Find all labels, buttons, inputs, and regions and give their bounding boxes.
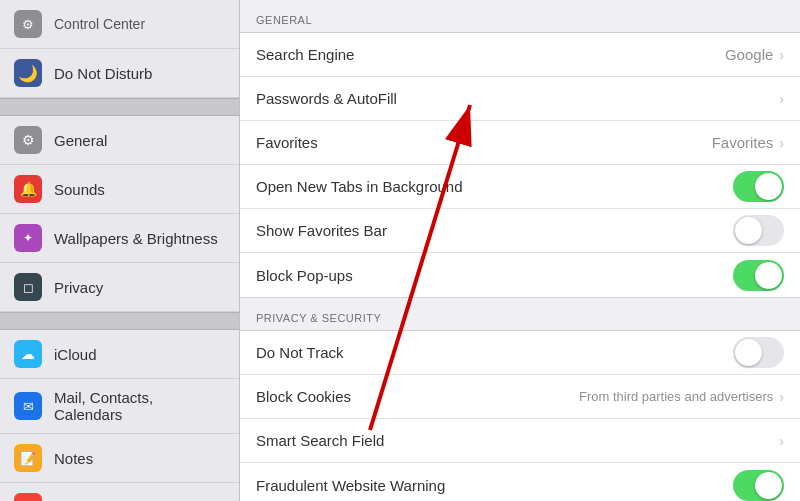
show-favorites-bar-label: Show Favorites Bar	[256, 222, 733, 239]
toggle-knob	[755, 472, 782, 499]
sidebar-item-general[interactable]: ⚙ General	[0, 116, 239, 165]
open-new-tabs-toggle[interactable]	[733, 171, 784, 202]
notes-icon: 📝	[14, 444, 42, 472]
block-popups-toggle[interactable]	[733, 260, 784, 291]
block-cookies-label: Block Cookies	[256, 388, 579, 405]
chevron-icon: ›	[779, 433, 784, 449]
sidebar-item-label: Wallpapers & Brightness	[54, 230, 218, 247]
fraudulent-warning-toggle[interactable]	[733, 470, 784, 501]
sidebar-item-label: Do Not Disturb	[54, 65, 152, 82]
privacy-settings-list: Do Not Track Block Cookies From third pa…	[240, 330, 800, 501]
sidebar-item-label: Control Center	[54, 16, 145, 32]
search-engine-label: Search Engine	[256, 46, 725, 63]
sidebar-item-do-not-disturb[interactable]: 🌙 Do Not Disturb	[0, 49, 239, 98]
dnd-icon: 🌙	[14, 59, 42, 87]
block-popups-row[interactable]: Block Pop-ups	[240, 253, 800, 297]
passwords-autofill-row[interactable]: Passwords & AutoFill ›	[240, 77, 800, 121]
do-not-track-toggle[interactable]	[733, 337, 784, 368]
smart-search-field-label: Smart Search Field	[256, 432, 779, 449]
icloud-icon: ☁	[14, 340, 42, 368]
passwords-autofill-label: Passwords & AutoFill	[256, 90, 779, 107]
wallpaper-icon: ✦	[14, 224, 42, 252]
sidebar-item-label: iCloud	[54, 346, 97, 363]
sidebar-item-label: Privacy	[54, 279, 103, 296]
sidebar-item-label: General	[54, 132, 107, 149]
favorites-value: Favorites	[712, 134, 774, 151]
sidebar-item-reminders[interactable]: ≡ Reminders	[0, 483, 239, 501]
sidebar-item-sounds[interactable]: 🔔 Sounds	[0, 165, 239, 214]
block-cookies-value: From third parties and advertisers	[579, 389, 773, 404]
toggle-knob	[755, 173, 782, 200]
sidebar-item-icloud[interactable]: ☁ iCloud	[0, 330, 239, 379]
chevron-icon: ›	[779, 389, 784, 405]
toggle-knob	[735, 339, 762, 366]
sidebar-item-label: Sounds	[54, 181, 105, 198]
smart-search-field-row[interactable]: Smart Search Field ›	[240, 419, 800, 463]
chevron-icon: ›	[779, 135, 784, 151]
favorites-label: Favorites	[256, 134, 712, 151]
sidebar-item-notes[interactable]: 📝 Notes	[0, 434, 239, 483]
chevron-icon: ›	[779, 91, 784, 107]
show-favorites-bar-toggle[interactable]	[733, 215, 784, 246]
sounds-icon: 🔔	[14, 175, 42, 203]
main-content: GENERAL Search Engine Google › Passwords…	[240, 0, 800, 501]
search-engine-value: Google	[725, 46, 773, 63]
open-new-tabs-row[interactable]: Open New Tabs in Background	[240, 165, 800, 209]
open-new-tabs-label: Open New Tabs in Background	[256, 178, 733, 195]
sidebar-item-wallpaper[interactable]: ✦ Wallpapers & Brightness	[0, 214, 239, 263]
toggle-knob	[735, 217, 762, 244]
search-engine-row[interactable]: Search Engine Google ›	[240, 33, 800, 77]
sidebar-item-label: Notes	[54, 450, 93, 467]
general-section: GENERAL Search Engine Google › Passwords…	[240, 0, 800, 298]
sidebar-item-control-center[interactable]: ⚙ Control Center	[0, 0, 239, 49]
do-not-track-row[interactable]: Do Not Track	[240, 331, 800, 375]
general-icon: ⚙	[14, 126, 42, 154]
privacy-section-header: PRIVACY & SECURITY	[240, 298, 800, 330]
fraudulent-warning-label: Fraudulent Website Warning	[256, 477, 733, 494]
do-not-track-label: Do Not Track	[256, 344, 733, 361]
block-popups-label: Block Pop-ups	[256, 267, 733, 284]
general-section-header: GENERAL	[240, 0, 800, 32]
sidebar: ⚙ Control Center 🌙 Do Not Disturb ⚙ Gene…	[0, 0, 240, 501]
privacy-icon: ◻	[14, 273, 42, 301]
sidebar-item-privacy[interactable]: ◻ Privacy	[0, 263, 239, 312]
reminders-icon: ≡	[14, 493, 42, 501]
sidebar-item-mail[interactable]: ✉ Mail, Contacts, Calendars	[0, 379, 239, 434]
chevron-icon: ›	[779, 47, 784, 63]
sidebar-item-label: Mail, Contacts, Calendars	[54, 389, 225, 423]
sidebar-separator-2	[0, 312, 239, 330]
mail-icon: ✉	[14, 392, 42, 420]
block-cookies-row[interactable]: Block Cookies From third parties and adv…	[240, 375, 800, 419]
sidebar-separator-1	[0, 98, 239, 116]
favorites-row[interactable]: Favorites Favorites ›	[240, 121, 800, 165]
fraudulent-warning-row[interactable]: Fraudulent Website Warning	[240, 463, 800, 501]
general-settings-list: Search Engine Google › Passwords & AutoF…	[240, 32, 800, 298]
toggle-knob	[755, 262, 782, 289]
control-center-icon: ⚙	[14, 10, 42, 38]
privacy-section: PRIVACY & SECURITY Do Not Track Block Co…	[240, 298, 800, 501]
show-favorites-bar-row[interactable]: Show Favorites Bar	[240, 209, 800, 253]
